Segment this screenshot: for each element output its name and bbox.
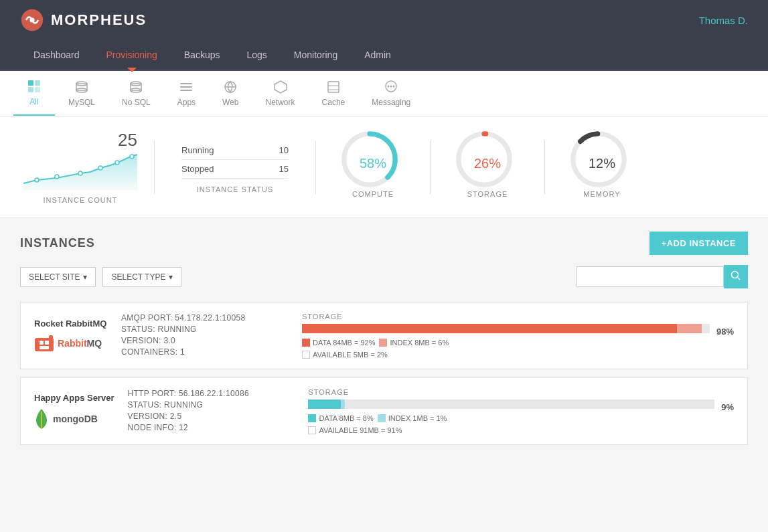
mongodb-index-dot [378, 414, 386, 422]
rabbitmq-details: AMQP PORT: 54.178.22.1:10058 STATUS: RUN… [121, 313, 289, 359]
nav-logs[interactable]: Logs [233, 40, 280, 70]
instance-logo-mongodb: Happy Apps Server mongoDB [34, 393, 114, 430]
svg-rect-12 [180, 83, 192, 84]
select-site-dropdown[interactable]: SELECT SITE ▾ [20, 267, 96, 287]
mongodb-status: STATUS: RUNNING [127, 400, 295, 410]
rabbitmq-logo-graphic: RabbitMQ [34, 334, 108, 353]
add-instance-button[interactable]: +ADD INSTANCE [649, 232, 748, 255]
svg-point-23 [390, 86, 392, 88]
mongodb-port: HTTP PORT: 56.186.22.1:10086 [127, 389, 295, 398]
search-box [577, 265, 748, 288]
subnav-all[interactable]: All [13, 71, 55, 116]
instances-header: INSTANCES +ADD INSTANCE [20, 232, 748, 255]
svg-marker-17 [275, 81, 287, 93]
rabbitmq-bar-container [302, 324, 710, 333]
sparkline-chart [23, 153, 137, 190]
rabbitmq-legend-available: AVAILABLE 5MB = 2% [302, 351, 734, 359]
all-icon [27, 79, 42, 94]
mongodb-bar-index [341, 400, 345, 409]
instance-card-mongodb: Happy Apps Server mongoDB HTTP PORT: 56.… [20, 377, 748, 445]
mongodb-version: VERSION: 2.5 [127, 412, 295, 421]
nav-provisioning[interactable]: Provisioning [93, 40, 171, 70]
mongodb-text: mongoDB [53, 414, 98, 424]
sub-nav: All MySQL No SQL Apps Web [0, 71, 768, 116]
nav-admin[interactable]: Admin [351, 40, 404, 70]
subnav-cache[interactable]: Cache [309, 72, 359, 115]
network-icon [273, 80, 288, 94]
select-type-label: SELECT TYPE [111, 272, 165, 282]
svg-rect-3 [35, 80, 40, 86]
rabbitmq-port: AMQP PORT: 54.178.22.1:10058 [121, 313, 289, 323]
mongodb-containers: NODE INFO: 12 [127, 423, 295, 432]
divider-3 [430, 141, 431, 194]
select-site-label: SELECT SITE [29, 272, 80, 282]
rabbitmq-index-label: INDEX 8MB = 6% [390, 339, 449, 347]
running-label: Running [181, 145, 214, 155]
select-site-chevron: ▾ [83, 272, 87, 282]
svg-rect-42 [40, 346, 49, 349]
nav-backups[interactable]: Backups [171, 40, 234, 70]
rabbitmq-icon [34, 334, 54, 353]
subnav-network[interactable]: Network [252, 72, 309, 115]
select-type-dropdown[interactable]: SELECT TYPE ▾ [102, 267, 181, 287]
rabbitmq-text: RabbitMQ [58, 338, 102, 349]
instance-name-mongodb: Happy Apps Server [34, 393, 114, 403]
search-input[interactable] [577, 266, 724, 287]
mongodb-bar-fill [308, 400, 714, 409]
svg-point-25 [35, 178, 39, 182]
instances-title: INSTANCES [20, 236, 95, 250]
instance-card-rabbitmq: Rocket RabbitMQ RabbitMQ AMQP PORT: 54.1… [20, 302, 748, 369]
mongodb-legend: DATA 8MB = 8% INDEX 1MB = 1% AVAILABLE 9… [308, 414, 734, 434]
instance-count-block: 25 INSTANCE COUNT [20, 130, 141, 204]
rabbitmq-version: VERSION: 3.0 [121, 336, 289, 345]
morpheus-logo-icon [20, 8, 44, 32]
stopped-label: Stopped [181, 164, 214, 174]
subnav-web[interactable]: Web [209, 72, 252, 115]
rabbitmq-bar-row: 98% [302, 324, 734, 339]
instance-status-block: Running 10 Stopped 15 INSTANCE STATUS [168, 141, 302, 193]
subnav-web-label: Web [222, 98, 238, 107]
mongodb-details: HTTP PORT: 56.186.22.1:10086 STATUS: RUN… [127, 389, 295, 434]
divider-2 [315, 141, 316, 194]
rabbitmq-data-dot [302, 339, 310, 347]
rabbitmq-bar-fill [302, 324, 710, 333]
mysql-icon [74, 80, 89, 94]
status-running: Running 10 [181, 141, 289, 160]
subnav-messaging[interactable]: Messaging [358, 72, 424, 115]
mongodb-data-dot [308, 414, 316, 422]
instance-logo-rabbitmq: Rocket RabbitMQ RabbitMQ [34, 319, 108, 353]
svg-point-1 [29, 17, 34, 22]
search-icon [731, 270, 741, 281]
mongodb-bar-data [308, 400, 341, 409]
rabbitmq-storage: STORAGE 98% DATA 84MB = 92% INDEX 8M [302, 313, 734, 359]
mongodb-available-label: AVAILABLE 91MB = 91% [319, 426, 402, 434]
instance-status-label: INSTANCE STATUS [181, 185, 289, 193]
subnav-cache-label: Cache [322, 98, 345, 107]
rabbitmq-bar-data [302, 324, 677, 333]
rabbitmq-legend-data: DATA 84MB = 92% [302, 339, 375, 347]
subnav-mysql-label: MySQL [68, 98, 95, 107]
subnav-mysql[interactable]: MySQL [55, 72, 108, 115]
mongodb-index-label: INDEX 1MB = 1% [388, 414, 447, 422]
subnav-nosql[interactable]: No SQL [108, 72, 164, 115]
compute-value: 58% [360, 155, 386, 171]
svg-rect-13 [180, 86, 192, 88]
subnav-apps[interactable]: Apps [164, 72, 209, 115]
divider-4 [544, 141, 545, 194]
web-icon [223, 80, 238, 94]
user-name: Thomas D. [699, 15, 748, 26]
subnav-messaging-label: Messaging [372, 98, 410, 107]
cache-icon [326, 80, 341, 94]
svg-rect-41 [45, 341, 49, 345]
nav-monitoring[interactable]: Monitoring [281, 40, 351, 70]
instance-count-label: INSTANCE COUNT [44, 196, 118, 204]
svg-rect-4 [28, 87, 33, 92]
main-nav: Dashboard Provisioning Backups Logs Moni… [0, 40, 768, 71]
messaging-icon [384, 80, 398, 94]
mongodb-bar-container [308, 400, 714, 409]
compute-gauge: 58% COMPUTE [329, 136, 416, 198]
nav-dashboard[interactable]: Dashboard [20, 40, 93, 70]
search-button[interactable] [724, 265, 748, 288]
nosql-icon [129, 80, 143, 94]
subnav-all-label: All [29, 97, 38, 106]
